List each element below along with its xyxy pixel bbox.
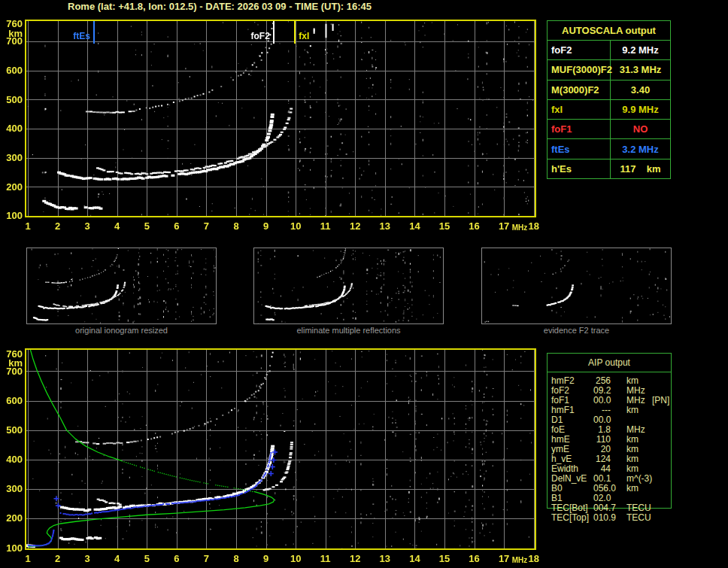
page-title: Rome (lat: +41.8, lon: 012.5) - DATE: 20… bbox=[68, 1, 372, 12]
param-extra bbox=[652, 405, 724, 415]
table-row: fxI9.9 MHz bbox=[548, 100, 670, 120]
param-extra bbox=[652, 445, 724, 454]
param-value: 3.2 MHz bbox=[611, 139, 670, 158]
param-extra bbox=[652, 464, 724, 474]
param-value: NO bbox=[611, 120, 670, 138]
thumbnail-eliminate-reflections bbox=[253, 248, 444, 324]
table-row: TEC[Top]010.9TECU bbox=[551, 513, 724, 523]
table-row: MUF(3000)F231.3 MHz bbox=[548, 60, 670, 80]
param-unit: km bbox=[626, 484, 652, 494]
autoscala-output-table: AUTOSCALA output foF29.2 MHzMUF(3000)F23… bbox=[547, 20, 671, 179]
param-label: fxI bbox=[548, 100, 611, 119]
param-label: foF2 bbox=[548, 41, 611, 59]
param-label: MUF(3000)F2 bbox=[548, 60, 611, 79]
param-extra bbox=[652, 425, 724, 435]
param-extra bbox=[652, 494, 724, 503]
param-extra bbox=[652, 415, 724, 425]
ionogram-top-chart bbox=[0, 12, 545, 239]
param-value: 010.9 bbox=[593, 513, 626, 523]
thumbnail-caption: original ionogram resized bbox=[26, 326, 217, 335]
thumbnail-caption: evidence F2 trace bbox=[481, 326, 672, 335]
autoscala-screen: Rome (lat: +41.8, lon: 012.5) - DATE: 20… bbox=[0, 0, 728, 568]
table-row: B0056.0km bbox=[551, 484, 724, 494]
param-extra bbox=[652, 435, 724, 445]
param-extra bbox=[652, 454, 724, 464]
param-label: TEC[Top] bbox=[551, 513, 593, 523]
param-value: 9.9 MHz bbox=[611, 100, 670, 119]
param-value: 31.3 MHz bbox=[611, 60, 670, 79]
table-row: foF29.2 MHz bbox=[548, 41, 670, 60]
param-unit: km bbox=[626, 405, 652, 415]
thumbnail-original-ionogram bbox=[26, 248, 217, 324]
table-row: ftEs3.2 MHz bbox=[548, 139, 670, 159]
param-extra: [PN] bbox=[652, 396, 724, 405]
param-label: foF1 bbox=[548, 120, 611, 138]
aip-table-rows: hmF2256kmfoF209.2MHzfoF100.0MHz[PN]hmF1-… bbox=[551, 376, 724, 523]
autoscala-table-rows: foF29.2 MHzMUF(3000)F231.3 MHzM(3000)F23… bbox=[548, 41, 670, 178]
param-extra bbox=[652, 484, 724, 494]
table-row: foF1NO bbox=[548, 120, 670, 139]
thumbnail-f2-trace bbox=[481, 248, 672, 324]
param-extra bbox=[652, 376, 724, 386]
table-row: M(3000)F23.40 bbox=[548, 80, 670, 100]
aip-table-title: AIP output bbox=[548, 354, 671, 372]
param-label: h'Es bbox=[548, 159, 611, 178]
table-row: h'Es117 km bbox=[548, 159, 670, 178]
param-value: 117 km bbox=[611, 159, 670, 178]
param-unit: TECU bbox=[626, 513, 652, 523]
param-value: 9.2 MHz bbox=[611, 41, 670, 59]
param-label: ftEs bbox=[548, 139, 611, 158]
thumbnail-caption: eliminate multiple reflections bbox=[253, 326, 444, 335]
param-label: M(3000)F2 bbox=[548, 80, 611, 99]
ionogram-bottom-chart bbox=[0, 341, 545, 568]
param-extra bbox=[652, 474, 724, 484]
param-extra bbox=[652, 513, 724, 523]
autoscala-table-title: AUTOSCALA output bbox=[548, 21, 670, 41]
table-row: hmF1---km bbox=[551, 405, 724, 415]
param-value: 3.40 bbox=[611, 80, 670, 99]
param-extra bbox=[652, 503, 724, 513]
